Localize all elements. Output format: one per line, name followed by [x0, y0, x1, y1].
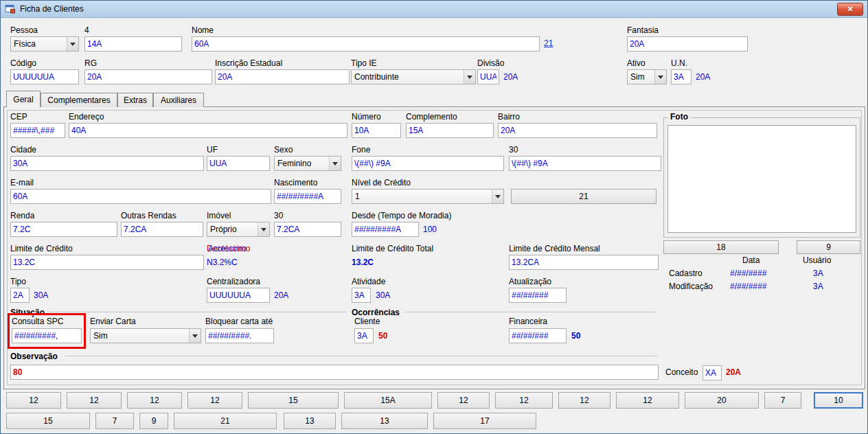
title-bar: Ficha de Clientes	[1, 1, 867, 18]
un-input[interactable]	[671, 69, 692, 84]
bottom-button-r1-13[interactable]: 10	[814, 392, 863, 409]
pessoa-value: Física	[14, 39, 36, 49]
tipo-ie-value: Contribuinte	[354, 72, 399, 82]
inscricao-estadual-input[interactable]	[215, 69, 350, 84]
nivel-credito-button[interactable]: 21	[511, 189, 656, 204]
bottom-button-r1-5[interactable]: 15	[248, 392, 339, 409]
nivel-credito-select[interactable]: 1	[352, 189, 504, 204]
bottom-button-r1-6[interactable]: 15A	[344, 392, 432, 409]
imovel-label: Imóvel	[207, 211, 231, 220]
foto-button-9[interactable]: 9	[797, 240, 860, 254]
fone2-label: 30	[509, 145, 518, 155]
atualizacao-input[interactable]	[509, 288, 567, 303]
ativo-value: Sim	[630, 72, 645, 82]
sexo-value: Feminino	[277, 159, 311, 168]
bottom-button-r2-5[interactable]: 13	[284, 413, 336, 429]
chevron-down-icon	[258, 222, 269, 236]
centralizadora-label: Centralizadora	[207, 277, 260, 286]
enviar-carta-label: Enviar Carta	[90, 317, 136, 326]
bottom-button-r2-3[interactable]: 9	[139, 413, 168, 429]
numero-input[interactable]	[352, 123, 401, 138]
tab-geral[interactable]: Geral	[6, 91, 41, 107]
tipo-input[interactable]	[10, 288, 30, 303]
close-button[interactable]	[837, 3, 863, 16]
chevron-down-icon	[654, 70, 666, 84]
desde-input[interactable]	[352, 222, 419, 237]
seq-input[interactable]	[84, 36, 182, 52]
tab-complementares[interactable]: Complementares	[41, 93, 117, 107]
limite-mensal-label: Limite de Crédito Mensal	[509, 244, 600, 253]
bottom-button-r1-7[interactable]: 12	[437, 392, 490, 409]
consulta-spc-input[interactable]	[12, 328, 82, 343]
nivel-credito-label: Nível de Crédito	[352, 178, 411, 187]
acrescimo-value: N3.2%C	[207, 258, 238, 267]
bottom-button-r2-1[interactable]: 15	[6, 413, 90, 429]
imovel-valor-input[interactable]	[274, 222, 341, 237]
bottom-button-r1-4[interactable]: 12	[187, 392, 242, 409]
centralizadora-input[interactable]	[207, 288, 270, 303]
imovel-select[interactable]: Próprio	[207, 222, 270, 237]
observacao-input[interactable]	[10, 365, 659, 380]
tipo-ie-label: Tipo IE	[351, 58, 377, 68]
cep-input[interactable]	[10, 123, 65, 138]
fone-input[interactable]	[352, 156, 504, 171]
cliente-input[interactable]	[354, 328, 374, 343]
fone2-input[interactable]	[509, 156, 661, 171]
nome-input[interactable]	[192, 36, 540, 52]
atividade-descricao: 30A	[376, 290, 390, 300]
financeira-input[interactable]	[509, 328, 567, 343]
rg-input[interactable]	[84, 69, 212, 84]
bottom-button-r2-7[interactable]: 17	[433, 413, 536, 429]
bottom-button-r2-4[interactable]: 21	[174, 413, 277, 429]
foto-button-18[interactable]: 18	[663, 240, 779, 254]
limite-credito-input[interactable]	[10, 255, 204, 270]
chevron-down-icon	[67, 37, 78, 51]
nome-count-link[interactable]: 21	[544, 38, 553, 48]
bottom-button-r1-10[interactable]: 12	[616, 392, 679, 409]
bottom-button-r1-1[interactable]: 12	[6, 392, 61, 409]
bottom-button-r1-11[interactable]: 20	[685, 392, 759, 409]
atividade-input[interactable]	[352, 288, 371, 303]
nascimento-input[interactable]	[274, 189, 341, 204]
bottom-button-r1-9[interactable]: 12	[558, 392, 610, 409]
bottom-button-r2-6[interactable]: 13	[341, 413, 428, 429]
un-label: U.N.	[671, 58, 687, 68]
sexo-select[interactable]: Feminino	[274, 156, 341, 171]
cidade-input[interactable]	[10, 156, 204, 171]
ativo-select[interactable]: Sim	[627, 69, 667, 84]
limite-credito-label: Limite de Crédito	[10, 244, 73, 253]
fantasia-input[interactable]	[627, 36, 748, 52]
bottom-button-r1-12[interactable]: 7	[764, 392, 801, 409]
uf-input[interactable]	[207, 156, 270, 171]
bottom-button-r1-8[interactable]: 12	[495, 392, 553, 409]
tab-auxiliares[interactable]: Auxiliares	[153, 93, 204, 107]
email-input[interactable]	[10, 189, 271, 204]
sexo-label: Sexo	[274, 145, 293, 155]
pessoa-select[interactable]: Física	[10, 36, 79, 52]
limite-mensal-input[interactable]	[509, 255, 659, 270]
conceito-input[interactable]	[703, 365, 722, 380]
tab-extras[interactable]: Extras	[117, 93, 153, 107]
seq-label: 4	[84, 25, 89, 35]
close-icon	[847, 5, 853, 13]
bairro-input[interactable]	[498, 123, 657, 138]
bottom-button-r1-2[interactable]: 12	[67, 392, 122, 409]
bloquear-carta-input[interactable]	[205, 328, 274, 343]
imovel-valor-label: 30	[274, 211, 283, 220]
codigo-input[interactable]	[10, 69, 79, 84]
outras-rendas-input[interactable]	[121, 222, 203, 237]
enviar-carta-select[interactable]: Sim	[90, 328, 201, 343]
endereco-input[interactable]	[69, 123, 347, 138]
renda-input[interactable]	[10, 222, 117, 237]
bottom-button-r1-3[interactable]: 12	[127, 392, 182, 409]
tipo-ie-select[interactable]: Contribuinte	[351, 69, 476, 84]
divisao-input[interactable]	[477, 69, 499, 84]
modificacao-usuario: 3A	[813, 282, 823, 291]
bottom-button-r2-2[interactable]: 7	[95, 413, 134, 429]
window-title: Ficha de Clientes	[20, 4, 84, 14]
ocorrencias-divider	[406, 312, 657, 312]
fantasia-label: Fantasia	[627, 25, 659, 35]
uf-label: UF	[207, 145, 218, 155]
observacao-group-title: Observação	[10, 352, 58, 361]
complemento-input[interactable]	[406, 123, 494, 138]
